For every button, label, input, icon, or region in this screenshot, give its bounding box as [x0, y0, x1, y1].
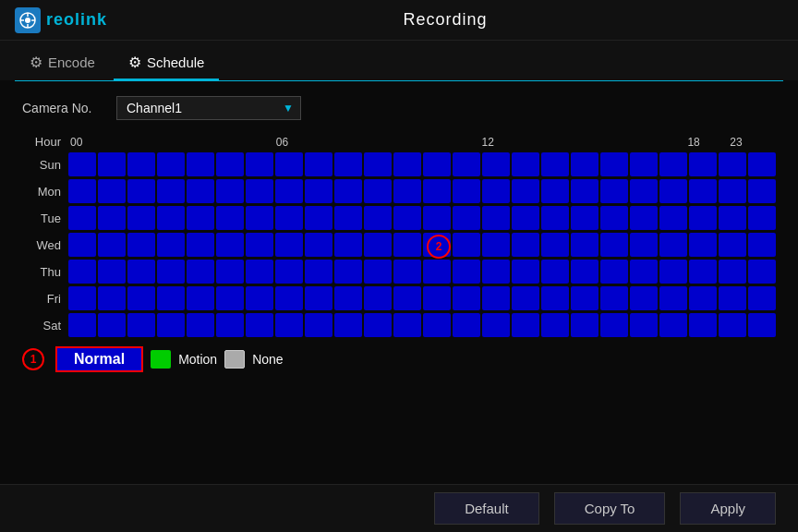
schedule-cell[interactable] — [157, 313, 185, 337]
schedule-cell[interactable] — [453, 313, 480, 337]
schedule-cell[interactable] — [600, 313, 628, 337]
schedule-cell[interactable] — [453, 152, 480, 176]
schedule-cell[interactable] — [364, 233, 392, 257]
schedule-cell[interactable] — [246, 260, 273, 284]
schedule-cell[interactable] — [68, 206, 96, 230]
schedule-cell[interactable] — [275, 260, 303, 284]
schedule-cell[interactable] — [334, 206, 362, 230]
schedule-cell[interactable] — [275, 313, 303, 337]
schedule-cell[interactable] — [393, 313, 421, 337]
schedule-cell[interactable] — [630, 206, 658, 230]
schedule-cell[interactable] — [482, 179, 510, 203]
schedule-cell[interactable] — [187, 286, 214, 310]
schedule-cell[interactable] — [689, 179, 717, 203]
camera-select[interactable]: Channel1 Channel2 Channel3 Channel4 — [116, 96, 301, 120]
default-button[interactable]: Default — [434, 492, 539, 525]
schedule-cell[interactable] — [600, 260, 628, 284]
schedule-cell[interactable] — [689, 313, 717, 337]
schedule-cell[interactable] — [659, 152, 687, 176]
schedule-cell[interactable] — [541, 260, 569, 284]
schedule-cell[interactable] — [305, 313, 332, 337]
schedule-cell[interactable] — [275, 152, 303, 176]
schedule-cell[interactable] — [689, 260, 717, 284]
schedule-cell[interactable] — [334, 152, 362, 176]
schedule-cell[interactable] — [482, 206, 510, 230]
schedule-cell[interactable] — [127, 206, 155, 230]
schedule-cell[interactable] — [571, 206, 598, 230]
schedule-cell[interactable] — [453, 286, 480, 310]
schedule-cell[interactable] — [719, 260, 746, 284]
schedule-cell[interactable] — [364, 206, 392, 230]
schedule-cell[interactable] — [393, 286, 421, 310]
schedule-cell[interactable] — [246, 206, 273, 230]
schedule-cell[interactable] — [482, 233, 510, 257]
schedule-cell[interactable] — [127, 313, 155, 337]
schedule-cell[interactable] — [305, 260, 332, 284]
schedule-cell[interactable] — [482, 260, 510, 284]
schedule-cell[interactable] — [364, 286, 392, 310]
schedule-cell[interactable] — [719, 313, 746, 337]
schedule-cell[interactable] — [748, 313, 776, 337]
schedule-cell[interactable] — [571, 233, 598, 257]
schedule-cell[interactable] — [719, 152, 746, 176]
schedule-cell[interactable] — [68, 286, 96, 310]
schedule-cell[interactable] — [571, 286, 598, 310]
schedule-cell[interactable] — [512, 152, 539, 176]
schedule-cell[interactable] — [630, 313, 658, 337]
schedule-cell[interactable] — [187, 260, 214, 284]
schedule-cell[interactable] — [512, 286, 539, 310]
schedule-cell[interactable] — [423, 152, 451, 176]
schedule-cell[interactable] — [393, 233, 421, 257]
schedule-cell[interactable] — [689, 152, 717, 176]
schedule-cell[interactable] — [187, 179, 214, 203]
schedule-cell[interactable] — [541, 233, 569, 257]
schedule-cell[interactable] — [748, 152, 776, 176]
schedule-cell[interactable] — [659, 260, 687, 284]
tab-encode[interactable]: ⚙ Encode — [15, 46, 110, 80]
schedule-cell[interactable] — [659, 233, 687, 257]
schedule-cell[interactable] — [393, 206, 421, 230]
schedule-cell[interactable] — [98, 179, 126, 203]
schedule-cell[interactable] — [630, 286, 658, 310]
schedule-cell[interactable] — [68, 179, 96, 203]
schedule-cell[interactable] — [98, 152, 126, 176]
schedule-cell[interactable] — [68, 313, 96, 337]
schedule-cell[interactable] — [453, 233, 480, 257]
schedule-cell[interactable] — [216, 286, 244, 310]
schedule-cell[interactable] — [305, 286, 332, 310]
schedule-cell[interactable] — [630, 179, 658, 203]
schedule-cell[interactable] — [571, 179, 598, 203]
schedule-cell[interactable] — [187, 152, 214, 176]
schedule-cell[interactable] — [187, 313, 214, 337]
schedule-cell[interactable] — [127, 179, 155, 203]
schedule-cell[interactable] — [364, 313, 392, 337]
schedule-cell[interactable] — [305, 206, 332, 230]
schedule-cell[interactable] — [334, 260, 362, 284]
schedule-cell[interactable] — [334, 286, 362, 310]
schedule-cell[interactable] — [127, 260, 155, 284]
schedule-cell[interactable] — [68, 152, 96, 176]
schedule-cell[interactable] — [600, 179, 628, 203]
schedule-cell[interactable] — [541, 206, 569, 230]
schedule-cell[interactable] — [157, 179, 185, 203]
schedule-cell[interactable] — [334, 179, 362, 203]
camera-select-wrapper[interactable]: Channel1 Channel2 Channel3 Channel4 ▼ — [116, 96, 301, 120]
schedule-cell[interactable] — [600, 233, 628, 257]
schedule-cell[interactable] — [157, 206, 185, 230]
schedule-cell[interactable] — [275, 206, 303, 230]
schedule-cell[interactable] — [541, 313, 569, 337]
schedule-cell[interactable] — [246, 313, 273, 337]
schedule-cell[interactable] — [364, 260, 392, 284]
schedule-cell[interactable] — [719, 233, 746, 257]
schedule-cell[interactable] — [275, 286, 303, 310]
schedule-cell[interactable] — [305, 152, 332, 176]
schedule-cell[interactable] — [68, 260, 96, 284]
apply-button[interactable]: Apply — [680, 492, 776, 525]
schedule-cell[interactable] — [600, 206, 628, 230]
schedule-cell[interactable] — [600, 152, 628, 176]
schedule-cell[interactable] — [246, 152, 273, 176]
schedule-cell[interactable] — [659, 286, 687, 310]
schedule-cell[interactable] — [157, 152, 185, 176]
schedule-cell[interactable] — [748, 260, 776, 284]
schedule-cell[interactable] — [216, 313, 244, 337]
